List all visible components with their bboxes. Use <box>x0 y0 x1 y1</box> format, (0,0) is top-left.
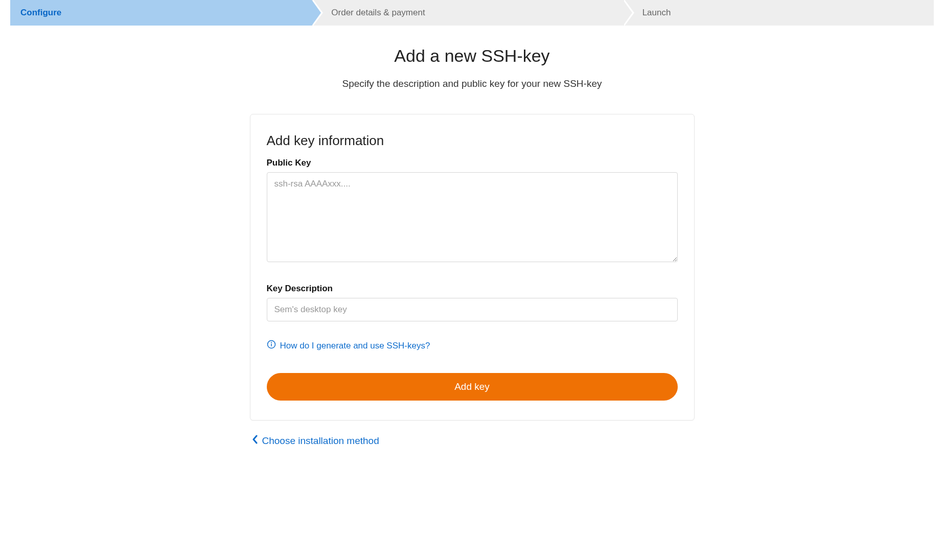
back-link[interactable]: Choose installation method <box>252 435 379 447</box>
progress-bar: Configure Order details & payment Launch <box>10 0 934 26</box>
help-link-text: How do I generate and use SSH-keys? <box>280 341 430 351</box>
info-icon <box>267 340 276 352</box>
svg-point-2 <box>271 342 271 343</box>
progress-step-configure[interactable]: Configure <box>10 0 312 26</box>
form-card: Add key information Public Key Key Descr… <box>250 114 695 421</box>
page-header: Add a new SSH-key Specify the descriptio… <box>0 46 944 89</box>
form-section-title: Add key information <box>267 133 678 149</box>
page-subtitle: Specify the description and public key f… <box>10 78 934 89</box>
public-key-label: Public Key <box>267 158 678 168</box>
progress-step-label: Launch <box>642 8 671 18</box>
back-link-text: Choose installation method <box>262 435 379 447</box>
add-key-button[interactable]: Add key <box>267 373 678 401</box>
public-key-input[interactable] <box>267 172 678 262</box>
progress-step-label: Order details & payment <box>331 8 425 18</box>
progress-step-label: Configure <box>20 8 61 18</box>
progress-step-order[interactable]: Order details & payment <box>312 0 623 26</box>
key-description-input[interactable] <box>267 298 678 321</box>
key-description-label: Key Description <box>267 284 678 294</box>
progress-step-launch[interactable]: Launch <box>623 0 934 26</box>
chevron-left-icon <box>252 435 258 447</box>
page-title: Add a new SSH-key <box>10 46 934 66</box>
help-link[interactable]: How do I generate and use SSH-keys? <box>267 340 678 352</box>
